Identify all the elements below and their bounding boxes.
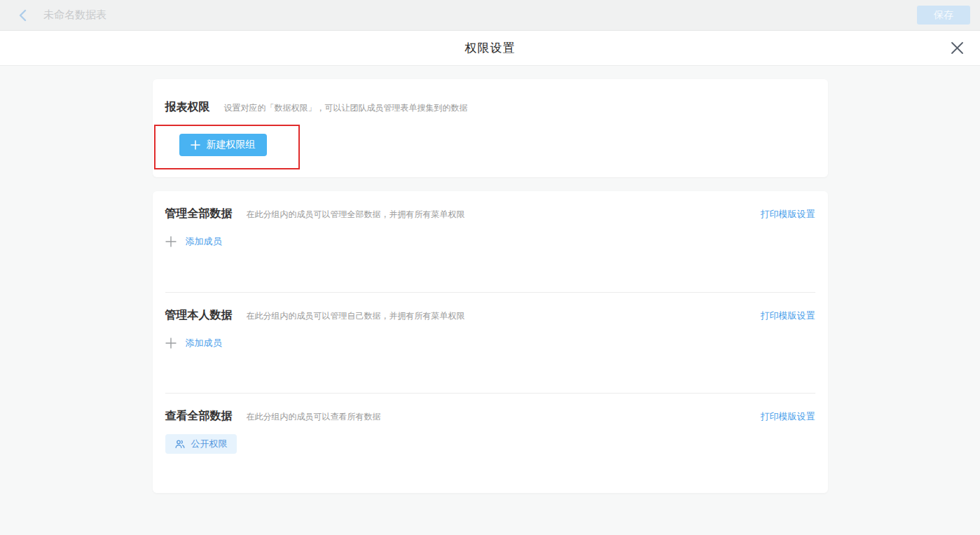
report-permission-description: 设置对应的「数据权限」，可以让团队成员管理表单搜集到的数据 [224, 102, 468, 114]
report-permission-header: 报表权限 设置对应的「数据权限」，可以让团队成员管理表单搜集到的数据 [165, 100, 815, 115]
print-template-settings-link[interactable]: 打印模版设置 [761, 208, 815, 221]
plus-icon [165, 236, 177, 247]
close-button[interactable] [948, 39, 966, 57]
print-template-settings-link[interactable]: 打印模版设置 [761, 310, 815, 322]
new-permission-group-label: 新建权限组 [207, 139, 256, 151]
group-section-manage-all-data: 管理全部数据 在此分组内的成员可以管理全部数据，并拥有所有菜单权限 打印模版设置… [165, 191, 815, 292]
group-header: 管理全部数据 在此分组内的成员可以管理全部数据，并拥有所有菜单权限 打印模版设置 [165, 207, 815, 221]
document-title: 未命名数据表 [43, 8, 106, 22]
group-title: 管理本人数据 [165, 308, 233, 323]
add-member-button[interactable]: 添加成员 [165, 235, 222, 248]
group-description: 在此分组内的成员可以查看所有数据 [247, 411, 381, 423]
group-title: 查看全部数据 [165, 409, 233, 424]
public-permission-badge[interactable]: 公开权限 [165, 434, 237, 454]
modal-body: 报表权限 设置对应的「数据权限」，可以让团队成员管理表单搜集到的数据 新建权限组… [0, 66, 980, 535]
print-template-settings-link[interactable]: 打印模版设置 [761, 410, 815, 423]
group-description: 在此分组内的成员可以管理全部数据，并拥有所有菜单权限 [247, 209, 465, 221]
group-title: 管理全部数据 [165, 207, 233, 221]
group-description: 在此分组内的成员可以管理自己数据，并拥有所有菜单权限 [247, 310, 465, 322]
add-member-label: 添加成员 [186, 235, 222, 248]
group-header: 查看全部数据 在此分组内的成员可以查看所有数据 打印模版设置 [165, 409, 815, 424]
plus-icon [191, 140, 200, 150]
add-member-label: 添加成员 [186, 337, 222, 349]
group-section-view-all-data: 查看全部数据 在此分组内的成员可以查看所有数据 打印模版设置 公开权限 [165, 394, 815, 493]
permission-groups-card: 管理全部数据 在此分组内的成员可以管理全部数据，并拥有所有菜单权限 打印模版设置… [153, 191, 828, 493]
public-permission-label: 公开权限 [191, 438, 228, 450]
group-header: 管理本人数据 在此分组内的成员可以管理自己数据，并拥有所有菜单权限 打印模版设置 [165, 308, 815, 323]
people-icon [174, 438, 186, 450]
new-permission-group-button[interactable]: 新建权限组 [179, 134, 267, 156]
save-button[interactable]: 保存 [917, 6, 970, 25]
chevron-left-icon [17, 8, 29, 23]
back-button[interactable] [17, 8, 29, 23]
report-permission-card: 报表权限 设置对应的「数据权限」，可以让团队成员管理表单搜集到的数据 新建权限组 [153, 79, 828, 177]
top-bar: 未命名数据表 保存 [0, 0, 980, 31]
plus-icon [165, 338, 177, 349]
close-icon [950, 41, 965, 55]
report-permission-title: 报表权限 [165, 100, 210, 115]
modal-header: 权限设置 [0, 31, 980, 66]
modal-title: 权限设置 [465, 40, 516, 56]
add-member-button[interactable]: 添加成员 [165, 337, 222, 349]
group-section-manage-own-data: 管理本人数据 在此分组内的成员可以管理自己数据，并拥有所有菜单权限 打印模版设置… [165, 293, 815, 393]
